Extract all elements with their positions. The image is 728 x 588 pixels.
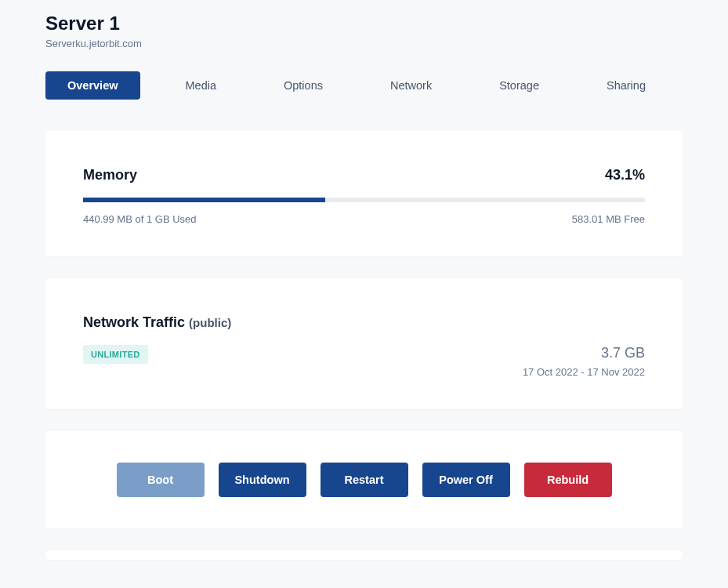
tab-media[interactable]: Media [164,71,239,100]
boot-button[interactable]: Boot [117,463,205,497]
network-date-range: 17 Oct 2022 - 17 Nov 2022 [523,366,645,378]
tab-network[interactable]: Network [368,71,454,100]
memory-progress-bar [83,198,645,202]
shutdown-button[interactable]: Shutdown [219,463,306,497]
poweroff-button[interactable]: Power Off [422,463,510,497]
memory-card: Memory 43.1% 440.99 MB of 1 GB Used 583.… [45,131,683,256]
network-card: Network Traffic (public) UNLIMITED 3.7 G… [45,278,683,409]
tabs-nav: Overview Media Options Network Storage S… [45,71,683,100]
page-title: Server 1 [45,13,683,34]
actions-card: Boot Shutdown Restart Power Off Rebuild [45,431,683,528]
network-scope: (public) [189,316,231,329]
network-title: Network Traffic (public) [83,314,645,331]
memory-percent: 43.1% [605,167,645,183]
memory-progress-fill [83,198,325,202]
tab-overview[interactable]: Overview [45,71,140,100]
network-title-text: Network Traffic [83,314,185,330]
network-badge: UNLIMITED [83,345,148,364]
next-card-peek [45,550,683,560]
tab-sharing[interactable]: Sharing [585,71,668,100]
restart-button[interactable]: Restart [321,463,408,497]
page-header: Server 1 Serverku.jetorbit.com [45,13,683,49]
tab-options[interactable]: Options [262,71,345,100]
memory-used-label: 440.99 MB of 1 GB Used [83,213,197,225]
page-subtitle: Serverku.jetorbit.com [45,38,683,49]
memory-free-label: 583.01 MB Free [572,213,645,225]
rebuild-button[interactable]: Rebuild [524,463,612,497]
memory-title: Memory [83,167,137,183]
network-amount: 3.7 GB [523,345,645,361]
tab-storage[interactable]: Storage [477,71,561,100]
